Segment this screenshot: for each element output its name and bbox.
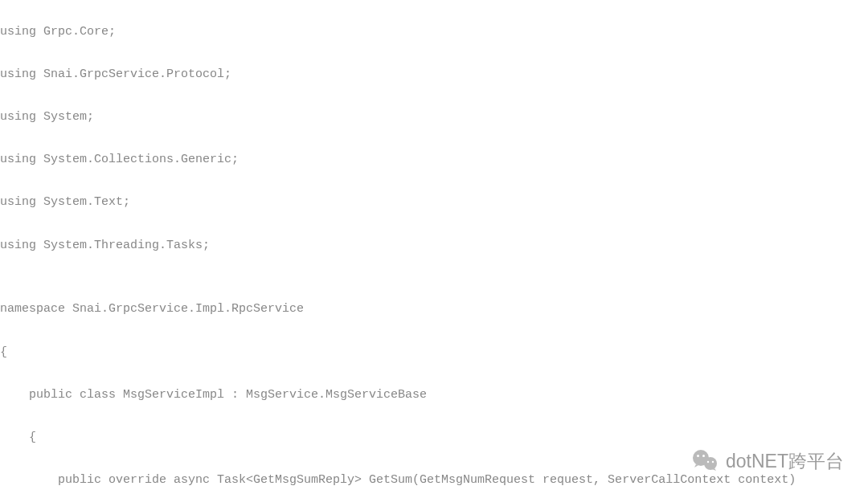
code-line: namespace Snai.GrpcService.Impl.RpcServi… [0,299,868,321]
watermark-text: dotNET跨平台 [726,451,844,472]
svg-point-2 [697,455,699,457]
svg-point-4 [707,461,709,463]
code-line: using System.Threading.Tasks; [0,235,868,257]
wechat-icon [690,447,719,476]
code-line: using System.Collections.Generic; [0,149,868,171]
svg-point-5 [712,461,714,463]
code-block: using Grpc.Core; using Snai.GrpcService.… [0,0,868,490]
code-line: using System; [0,107,868,129]
code-line: using System.Text; [0,192,868,214]
svg-point-1 [704,457,717,470]
code-line: public class MsgServiceImpl : MsgService… [0,385,868,406]
code-line: using Grpc.Core; [0,22,868,43]
svg-point-3 [702,455,705,457]
code-line: { [0,342,868,364]
watermark: dotNET跨平台 [690,447,844,476]
code-line: using Snai.GrpcService.Protocol; [0,64,868,86]
code-line: { [0,427,868,449]
